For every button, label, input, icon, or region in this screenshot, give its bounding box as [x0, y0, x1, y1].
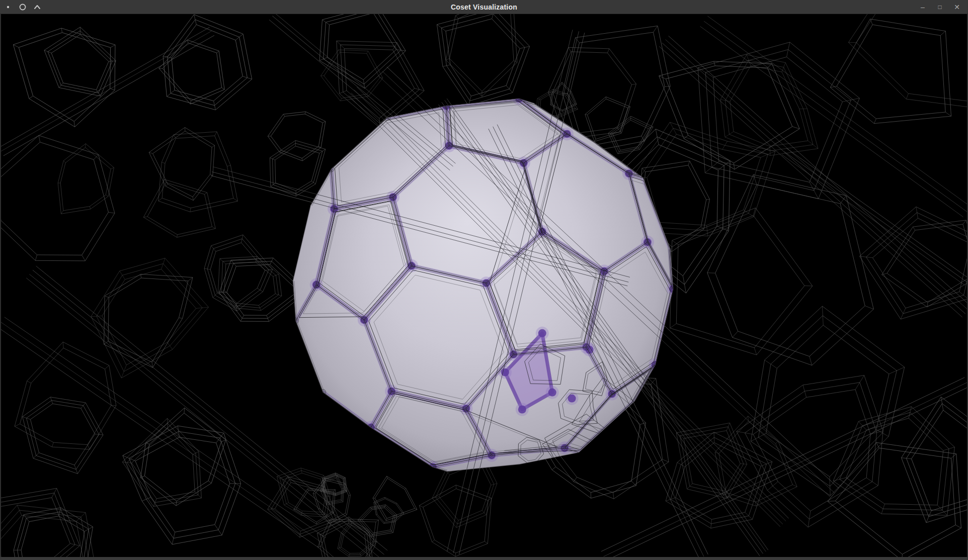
close-button[interactable]: ✕ [951, 2, 963, 13]
titlebar[interactable]: Coset Visualization – □ ✕ [0, 0, 968, 14]
window-title: Coset Visualization [0, 3, 968, 11]
window-resize-edge[interactable] [0, 557, 968, 560]
circle-icon[interactable] [19, 3, 27, 11]
dot-icon[interactable] [4, 3, 12, 11]
maximize-button[interactable]: □ [934, 2, 946, 13]
app-window: Coset Visualization – □ ✕ [0, 0, 968, 560]
viewport-3d[interactable] [0, 14, 968, 557]
titlebar-left-icons [0, 3, 41, 11]
chevron-up-icon[interactable] [33, 3, 41, 11]
coset-scene-canvas[interactable] [1, 14, 967, 557]
minimize-button[interactable]: – [917, 2, 929, 13]
window-controls: – □ ✕ [917, 2, 968, 13]
